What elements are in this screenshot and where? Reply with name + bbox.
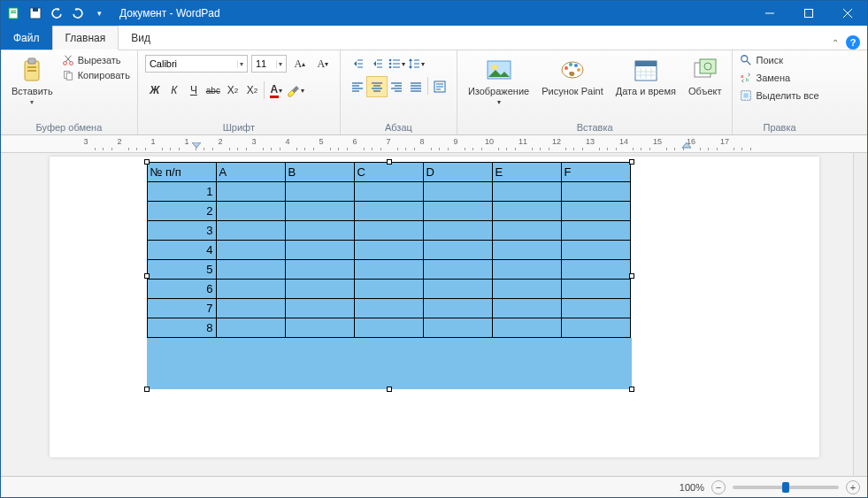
table-cell[interactable] bbox=[285, 280, 354, 299]
qat-customize-icon[interactable]: ▾ bbox=[89, 4, 109, 23]
table-cell[interactable]: 1 bbox=[147, 182, 216, 202]
indent-icon[interactable] bbox=[367, 54, 387, 73]
paste-button[interactable]: Вставить ▾ bbox=[8, 54, 57, 108]
table-header-cell[interactable]: B bbox=[285, 163, 354, 182]
table-cell[interactable] bbox=[423, 260, 492, 280]
table-cell[interactable] bbox=[492, 221, 561, 241]
table-cell[interactable]: 3 bbox=[147, 221, 216, 241]
table-cell[interactable] bbox=[354, 221, 423, 241]
table-header-cell[interactable]: C bbox=[354, 163, 423, 182]
table-cell[interactable] bbox=[285, 182, 354, 202]
table-cell[interactable] bbox=[492, 280, 561, 299]
table-cell[interactable] bbox=[216, 260, 285, 280]
maximize-button[interactable] bbox=[789, 1, 828, 26]
table-cell[interactable] bbox=[561, 221, 630, 241]
table-cell[interactable] bbox=[423, 318, 492, 338]
bullets-icon[interactable]: ▾ bbox=[387, 54, 406, 73]
shrink-font-icon[interactable]: A▾ bbox=[313, 54, 333, 73]
table-cell[interactable] bbox=[216, 241, 285, 260]
insert-object-button[interactable]: Объект bbox=[685, 54, 725, 98]
table-cell[interactable] bbox=[561, 280, 630, 299]
highlight-icon[interactable]: ▾ bbox=[286, 80, 305, 100]
table-cell[interactable] bbox=[423, 202, 492, 221]
font-color-icon[interactable]: A▾ bbox=[266, 80, 286, 100]
minimize-button[interactable] bbox=[750, 1, 789, 26]
font-family-combo[interactable]: Calibri▾ bbox=[145, 55, 248, 73]
table-cell[interactable] bbox=[285, 299, 354, 318]
table-cell[interactable] bbox=[423, 221, 492, 241]
table-cell[interactable] bbox=[216, 318, 285, 338]
font-size-combo[interactable]: 11▾ bbox=[251, 55, 287, 73]
table-cell[interactable] bbox=[492, 202, 561, 221]
table-header-cell[interactable]: № п/п bbox=[147, 163, 216, 182]
table-cell[interactable] bbox=[561, 241, 630, 260]
table-cell[interactable]: 5 bbox=[147, 260, 216, 280]
table-header-cell[interactable]: E bbox=[492, 163, 561, 182]
table-cell[interactable] bbox=[216, 280, 285, 299]
table-cell[interactable]: 4 bbox=[147, 241, 216, 260]
table-cell[interactable] bbox=[285, 260, 354, 280]
table-cell[interactable] bbox=[285, 202, 354, 221]
replace-button[interactable]: ab Замена bbox=[740, 72, 818, 84]
table-cell[interactable] bbox=[216, 299, 285, 318]
qat-doc-icon[interactable] bbox=[4, 4, 24, 23]
align-justify-icon[interactable] bbox=[406, 77, 426, 96]
table-cell[interactable]: 8 bbox=[147, 318, 216, 338]
table-cell[interactable] bbox=[561, 202, 630, 221]
table-cell[interactable] bbox=[492, 299, 561, 318]
table-cell[interactable] bbox=[561, 260, 630, 280]
table-cell[interactable] bbox=[492, 182, 561, 202]
zoom-slider[interactable] bbox=[733, 486, 839, 489]
insert-paint-button[interactable]: Рисунок Paint bbox=[538, 54, 607, 98]
table-cell[interactable] bbox=[354, 299, 423, 318]
undo-icon[interactable] bbox=[47, 4, 66, 23]
superscript-icon[interactable]: X2 bbox=[242, 80, 262, 100]
table-cell[interactable] bbox=[561, 299, 630, 318]
table-cell[interactable] bbox=[285, 241, 354, 260]
insert-datetime-button[interactable]: Дата и время bbox=[612, 54, 680, 98]
tab-home[interactable]: Главная bbox=[52, 26, 119, 50]
table-cell[interactable] bbox=[423, 299, 492, 318]
help-icon[interactable]: ? bbox=[846, 35, 860, 50]
copy-button[interactable]: Копировать bbox=[62, 69, 130, 81]
table-cell[interactable] bbox=[354, 318, 423, 338]
tab-file[interactable]: Файл bbox=[1, 26, 52, 50]
table-cell[interactable] bbox=[354, 182, 423, 202]
horizontal-ruler[interactable]: 3211234567891011121314151617 bbox=[1, 135, 867, 153]
table-cell[interactable] bbox=[354, 260, 423, 280]
table-cell[interactable] bbox=[216, 182, 285, 202]
document-page[interactable]: № п/пABCDEF12345678 bbox=[50, 157, 819, 457]
table-cell[interactable] bbox=[561, 182, 630, 202]
table-cell[interactable] bbox=[354, 280, 423, 299]
table-cell[interactable] bbox=[561, 318, 630, 338]
embedded-table-object[interactable]: № п/пABCDEF12345678 bbox=[147, 162, 632, 389]
table-header-cell[interactable]: D bbox=[423, 163, 492, 182]
table-cell[interactable]: 6 bbox=[147, 280, 216, 299]
table-cell[interactable] bbox=[423, 280, 492, 299]
table-cell[interactable] bbox=[285, 318, 354, 338]
align-center-icon[interactable] bbox=[367, 77, 387, 96]
table-cell[interactable]: 7 bbox=[147, 299, 216, 318]
outdent-icon[interactable] bbox=[348, 54, 367, 73]
strike-icon[interactable]: abc bbox=[204, 80, 223, 100]
table-cell[interactable] bbox=[423, 182, 492, 202]
table-cell[interactable] bbox=[423, 241, 492, 260]
underline-icon[interactable]: Ч bbox=[184, 80, 204, 100]
zoom-out-button[interactable]: − bbox=[711, 480, 726, 494]
table-cell[interactable] bbox=[492, 260, 561, 280]
find-button[interactable]: Поиск bbox=[740, 54, 818, 66]
align-right-icon[interactable] bbox=[387, 77, 406, 96]
grow-font-icon[interactable]: A▴ bbox=[290, 54, 310, 73]
table-cell[interactable]: 2 bbox=[147, 202, 216, 221]
align-left-icon[interactable] bbox=[348, 77, 367, 96]
table[interactable]: № п/пABCDEF12345678 bbox=[147, 162, 631, 338]
close-button[interactable] bbox=[828, 1, 867, 26]
insert-image-button[interactable]: Изображение▾ bbox=[465, 54, 533, 108]
vertical-scrollbar[interactable] bbox=[853, 135, 867, 476]
zoom-in-button[interactable]: + bbox=[846, 480, 860, 494]
cut-button[interactable]: Вырезать bbox=[62, 54, 130, 66]
bold-icon[interactable]: Ж bbox=[145, 80, 165, 100]
paragraph-dialog-icon[interactable] bbox=[430, 77, 449, 96]
table-cell[interactable] bbox=[354, 202, 423, 221]
collapse-ribbon-icon[interactable]: ⌃ bbox=[832, 38, 839, 48]
